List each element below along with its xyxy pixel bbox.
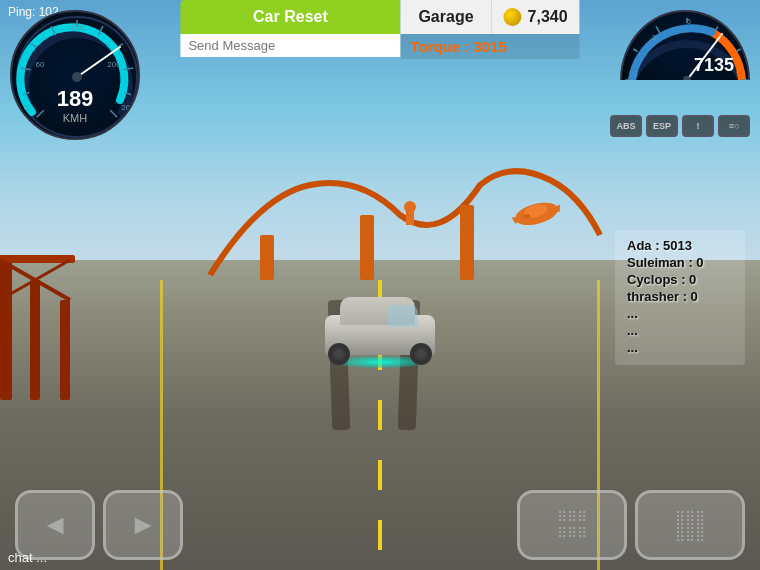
svg-rect-7 [360,215,374,280]
bridge-structure [0,200,170,400]
svg-line-17 [37,110,44,117]
right-arrow-button[interactable]: ► [103,490,183,560]
svg-line-36 [633,49,637,52]
svg-text:0: 0 [24,103,29,112]
car-wheel-front-left [328,343,350,365]
coins-display: 7,340 [492,0,580,34]
bottom-controls: ◄ ► ⠿⠿⠿⠿⠿⠿ ⣿⣿⣿⣿⣿⣿ [0,490,760,560]
svg-text:60: 60 [36,60,45,69]
score-dots-1: ... [627,323,733,338]
svg-point-34 [72,72,82,82]
car-reset-button[interactable]: Car Reset [180,0,400,34]
rpm-gauge: 1 3 5 7 9 7135 [620,10,750,110]
svg-rect-2 [60,300,70,400]
svg-text:9: 9 [736,70,740,77]
score-row-2: Cyclops : 0 [627,272,733,287]
gas-icon: ⣿⣿⣿⣿⣿⣿ [675,509,705,541]
player-car [320,300,440,370]
coin-value: 7,340 [528,8,568,26]
coin-icon [504,8,522,26]
svg-rect-1 [30,280,40,400]
brake-button[interactable]: ⠿⠿⠿⠿⠿⠿ [517,490,627,560]
svg-text:7: 7 [719,34,723,41]
score-dots-2: ... [627,340,733,355]
torque-display: Torque : 3015 [400,34,579,59]
left-arrow-icon: ◄ [41,509,69,541]
chat-label: chat ... [8,550,47,565]
scoreboard: Ada : 5013 Suleiman : 0 Cyclops : 0 thra… [615,230,745,365]
svg-rect-6 [260,235,274,280]
menu-badge: ≡○ [718,115,750,137]
svg-text:200: 200 [107,60,121,69]
score-row-1: Suleiman : 0 [627,255,733,270]
svg-line-27 [110,110,117,117]
svg-rect-0 [0,260,12,400]
svg-text:3: 3 [652,34,656,41]
ramp-objects [180,155,630,285]
car-wheel-front-right [410,343,432,365]
svg-rect-15 [406,211,414,225]
speed-unit: KMH [63,112,87,124]
score-dots-0: ... [627,306,733,321]
rpm-value: 7135 [694,55,734,76]
svg-text:260: 260 [121,103,135,112]
svg-rect-3 [0,255,75,263]
hud-badges-row: ABS ESP ! ≡○ [610,115,750,137]
send-message-input[interactable] [188,38,392,53]
svg-text:5: 5 [687,18,691,25]
svg-line-40 [736,49,740,52]
car-windshield [388,305,418,327]
abs-badge: ABS [610,115,642,137]
svg-line-37 [656,26,660,33]
svg-text:1: 1 [634,70,638,77]
svg-rect-8 [460,205,474,280]
brake-icon: ⠿⠿⠿⠿⠿⠿ [557,509,587,541]
send-message-row [180,34,400,57]
warning-badge: ! [682,115,714,137]
speedometer: 0 60 140 200 260 189 KMH [10,10,140,140]
right-arrow-icon: ► [129,509,157,541]
esp-badge: ESP [646,115,678,137]
svg-text:140: 140 [70,23,84,32]
top-hud: Car Reset Garage 7,340 Torque : 3015 [180,0,579,59]
gas-button[interactable]: ⣿⣿⣿⣿⣿⣿ [635,490,745,560]
garage-button[interactable]: Garage [400,0,491,34]
score-row-3: thrasher : 0 [627,289,733,304]
score-row-0: Ada : 5013 [627,238,733,253]
speed-value: 189 [57,88,94,110]
